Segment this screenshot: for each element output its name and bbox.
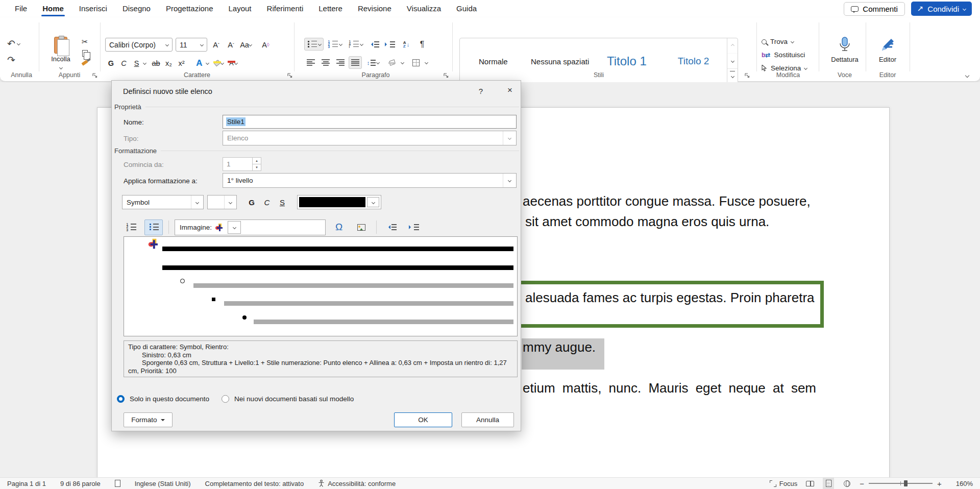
share-button[interactable]: ↗ Condividi <box>911 2 972 16</box>
shrink-font-button[interactable]: Aˇ <box>225 39 237 51</box>
font-name-select[interactable]: Calibri (Corpo) <box>105 38 173 52</box>
tab-inserisci[interactable]: Inserisci <box>71 0 115 17</box>
gallery-scroll-down[interactable] <box>727 54 738 69</box>
chevron-down-icon[interactable] <box>206 61 209 65</box>
increase-indent-button[interactable] <box>383 38 397 51</box>
italic-toggle[interactable]: C <box>262 198 272 207</box>
dictate-button[interactable]: Dettatura <box>824 37 866 63</box>
redo-button[interactable]: ↷ <box>7 54 20 66</box>
tab-file[interactable]: File <box>7 0 35 17</box>
style-titolo-2[interactable]: Titolo 2 <box>660 56 727 67</box>
proofing-status-button[interactable] <box>108 478 128 489</box>
format-painter-button[interactable] <box>82 60 88 66</box>
ok-button[interactable]: OK <box>394 412 452 427</box>
superscript-button[interactable]: x² <box>176 57 187 69</box>
doc-text-line[interactable]: aecenas porttitor congue massa. Fusce po… <box>523 193 811 209</box>
page-indicator[interactable]: Pagina 1 di 1 <box>0 478 53 489</box>
increase-indent-button[interactable] <box>405 219 423 235</box>
spinner-down-button[interactable]: ▼ <box>253 164 261 170</box>
highlight-color-button[interactable] <box>214 61 220 65</box>
read-mode-button[interactable] <box>804 478 816 489</box>
sort-button[interactable]: AZ ↓ <box>399 38 414 51</box>
chevron-down-icon[interactable] <box>401 61 404 64</box>
font-dialog-launcher[interactable] <box>287 72 293 79</box>
strikethrough-button[interactable]: ab <box>150 57 162 69</box>
copy-button[interactable] <box>82 50 88 57</box>
replace-button[interactable]: b⇄ Sostituisci <box>762 51 807 59</box>
align-center-button[interactable] <box>319 56 332 69</box>
grow-font-button[interactable]: Aˆ <box>210 39 222 51</box>
chevron-down-icon[interactable] <box>17 42 20 45</box>
decrease-indent-button[interactable] <box>382 219 401 235</box>
chevron-down-icon[interactable] <box>234 61 238 65</box>
tab-disegno[interactable]: Disegno <box>115 0 158 17</box>
underline-toggle[interactable]: S <box>277 198 287 207</box>
shading-button[interactable] <box>384 56 400 69</box>
zoom-out-button[interactable]: − <box>860 479 864 488</box>
justify-button[interactable] <box>349 56 362 69</box>
style-titolo-1[interactable]: Titolo 1 <box>594 54 660 68</box>
line-spacing-button[interactable]: ↕ <box>363 56 383 69</box>
font-color-select[interactable] <box>297 195 381 209</box>
symbol-insert-button[interactable]: Ω <box>330 219 348 235</box>
doc-text-line[interactable]: sit amet commodo magna eros quis urna. <box>525 214 769 230</box>
italic-button[interactable]: C <box>118 57 130 69</box>
radio-only-this-document[interactable] <box>117 395 125 403</box>
font-color-button[interactable]: A <box>229 60 234 66</box>
clear-formatting-button[interactable]: A◊ <box>260 39 272 51</box>
tab-layout[interactable]: Layout <box>221 0 259 17</box>
chevron-down-icon[interactable] <box>59 66 62 69</box>
highlighted-text[interactable]: mmy augue. <box>522 338 604 370</box>
size-select[interactable] <box>207 195 237 209</box>
name-input[interactable]: Stile1 <box>223 115 517 129</box>
chevron-down-icon[interactable] <box>143 61 146 65</box>
tab-guida[interactable]: Guida <box>449 0 484 17</box>
chevron-down-icon[interactable] <box>220 61 224 65</box>
underline-button[interactable]: S <box>131 57 142 69</box>
cut-button[interactable]: ✂ <box>82 38 88 45</box>
apply-to-select[interactable]: 1° livello <box>223 173 517 188</box>
bullets-button[interactable] <box>304 38 324 51</box>
bullets-toggle[interactable] <box>144 219 163 235</box>
radio-new-documents[interactable] <box>222 395 229 403</box>
collapse-ribbon-button[interactable] <box>965 74 969 78</box>
chevron-down-icon[interactable] <box>425 61 428 64</box>
bold-toggle[interactable]: G <box>247 198 257 207</box>
paragraph-dialog-launcher[interactable] <box>443 72 449 79</box>
styles-dialog-launcher[interactable] <box>744 72 750 79</box>
zoom-in-button[interactable]: + <box>937 479 942 488</box>
style-normale[interactable]: Normale <box>460 57 527 66</box>
dialog-close-button[interactable]: × <box>501 83 519 98</box>
text-prediction-indicator[interactable]: Completamento del testo: attivato <box>198 478 311 489</box>
numbering-toggle[interactable]: 123 <box>122 219 140 235</box>
print-layout-button[interactable] <box>823 478 834 489</box>
zoom-slider-knob[interactable] <box>904 480 908 486</box>
cancel-button[interactable]: Annulla <box>461 412 514 427</box>
subscript-button[interactable]: x₂ <box>163 57 175 69</box>
gallery-scroll-up[interactable] <box>727 38 738 54</box>
comments-button[interactable]: Commenti <box>844 2 904 16</box>
numbering-button[interactable]: 123 <box>325 38 345 51</box>
show-formatting-button[interactable]: ¶ <box>415 38 429 51</box>
picture-insert-button[interactable] <box>352 219 371 235</box>
accessibility-status[interactable]: Accessibilità: conforme <box>311 478 403 489</box>
tab-lettere[interactable]: Lettere <box>311 0 350 17</box>
multilevel-list-button[interactable]: 1ai <box>346 38 365 51</box>
align-right-button[interactable] <box>334 56 347 69</box>
clipboard-dialog-launcher[interactable] <box>92 72 98 79</box>
font-size-select[interactable]: 11 <box>176 38 207 52</box>
language-indicator[interactable]: Inglese (Stati Uniti) <box>128 478 198 489</box>
text-effects-button[interactable]: A <box>193 57 205 69</box>
tab-progettazione[interactable]: Progettazione <box>158 0 221 17</box>
zoom-level[interactable]: 160% <box>949 478 980 489</box>
tab-riferimenti[interactable]: Riferimenti <box>259 0 311 17</box>
undo-button[interactable]: ↶ <box>7 38 20 50</box>
style-nessuna-spaziatura[interactable]: Nessuna spaziati <box>527 57 594 66</box>
doc-text-line[interactable]: etium mattis, nunc. Mauris eget neque at… <box>523 380 816 396</box>
bold-button[interactable]: G <box>105 57 117 69</box>
select-button[interactable]: Seleziona <box>762 64 807 72</box>
symbol-font-select[interactable]: Symbol <box>122 195 204 209</box>
focus-mode-button[interactable]: Focus <box>763 478 804 489</box>
paste-button[interactable]: Incolla <box>46 37 76 72</box>
editor-button[interactable]: Editor <box>868 37 908 63</box>
